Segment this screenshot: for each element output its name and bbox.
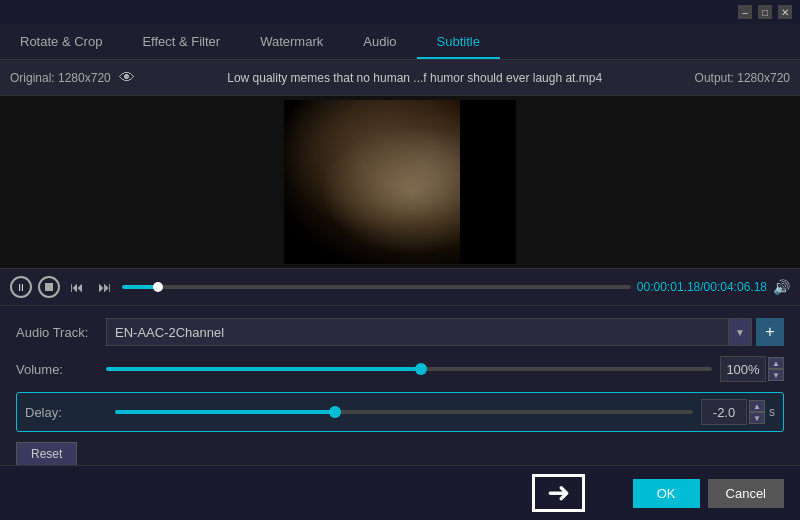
progress-track[interactable] [122,285,631,289]
time-display: 00:00:01.18/00:04:06.18 [637,280,767,294]
original-resolution: Original: 1280x720 [10,71,111,85]
playback-controls: ⏸ ⏮ ⏭ 00:00:01.18/00:04:06.18 🔊 [0,268,800,306]
volume-icon[interactable]: 🔊 [773,279,790,295]
progress-thumb[interactable] [153,282,163,292]
audio-track-value[interactable]: EN-AAC-2Channel [106,318,728,346]
delay-thumb[interactable] [329,406,341,418]
tab-subtitle[interactable]: Subtitle [417,26,500,59]
pause-button[interactable]: ⏸ [10,276,32,298]
delay-up-button[interactable]: ▲ [749,400,765,412]
audio-settings: Audio Track: EN-AAC-2Channel ▼ + Volume:… [0,306,800,488]
delay-value-box: ▲ ▼ s [701,399,775,425]
tab-watermark[interactable]: Watermark [240,26,343,59]
volume-label: Volume: [16,362,106,377]
volume-spinners: ▲ ▼ [768,357,784,381]
output-resolution: Output: 1280x720 [695,71,790,85]
volume-thumb[interactable] [415,363,427,375]
add-track-button[interactable]: + [756,318,784,346]
file-name: Low quality memes that no human ...f hum… [135,71,695,85]
pause-icon: ⏸ [16,282,26,293]
delay-row-wrapper: Delay: ▲ ▼ s [16,392,784,432]
volume-value-box: ▲ ▼ [720,356,784,382]
volume-track[interactable] [106,367,712,371]
prev-frame-button[interactable]: ⏮ [66,277,88,297]
stop-icon [45,283,53,291]
minimize-button[interactable]: – [738,5,752,19]
delay-row: Delay: ▲ ▼ s [25,399,775,425]
audio-track-select-wrapper: EN-AAC-2Channel ▼ [106,318,752,346]
volume-fill [106,367,421,371]
delay-down-button[interactable]: ▼ [749,412,765,424]
delay-fill [115,410,335,414]
delay-label: Delay: [25,405,115,420]
reset-row: Reset [16,442,784,466]
tab-rotate-crop[interactable]: Rotate & Crop [0,26,122,59]
video-right-black [460,100,516,264]
volume-slider-container[interactable] [106,359,712,379]
delay-slider-container[interactable] [115,402,693,422]
maximize-button[interactable]: □ [758,5,772,19]
video-frame [284,100,516,264]
tab-audio[interactable]: Audio [343,26,416,59]
time-current: 00:00:01.18 [637,280,700,294]
cancel-button[interactable]: Cancel [708,479,784,508]
next-frame-icon: ⏭ [98,279,112,295]
delay-spinners: ▲ ▼ [749,400,765,424]
audio-track-label: Audio Track: [16,325,106,340]
next-frame-button[interactable]: ⏭ [94,277,116,297]
volume-row: Volume: ▲ ▼ [16,356,784,382]
eye-icon[interactable]: 👁 [119,69,135,87]
volume-up-button[interactable]: ▲ [768,357,784,369]
stop-button[interactable] [38,276,60,298]
title-bar: – □ ✕ [0,0,800,24]
volume-input[interactable] [720,356,766,382]
delay-track[interactable] [115,410,693,414]
header-bar: Original: 1280x720 👁 Low quality memes t… [0,60,800,96]
ok-button[interactable]: OK [633,479,700,508]
volume-down-button[interactable]: ▼ [768,369,784,381]
audio-track-dropdown[interactable]: ▼ [728,318,752,346]
time-total: 00:04:06.18 [704,280,767,294]
reset-button[interactable]: Reset [16,442,77,466]
tab-effect-filter[interactable]: Effect & Filter [122,26,240,59]
close-button[interactable]: ✕ [778,5,792,19]
video-area [0,96,800,268]
tab-bar: Rotate & Crop Effect & Filter Watermark … [0,24,800,60]
arrow-indicator: ➜ [532,474,585,512]
bottom-bar: ➜ OK Cancel [0,465,800,520]
audio-track-row: Audio Track: EN-AAC-2Channel ▼ + [16,318,784,346]
delay-unit: s [769,405,775,419]
delay-input[interactable] [701,399,747,425]
prev-frame-icon: ⏮ [70,279,84,295]
